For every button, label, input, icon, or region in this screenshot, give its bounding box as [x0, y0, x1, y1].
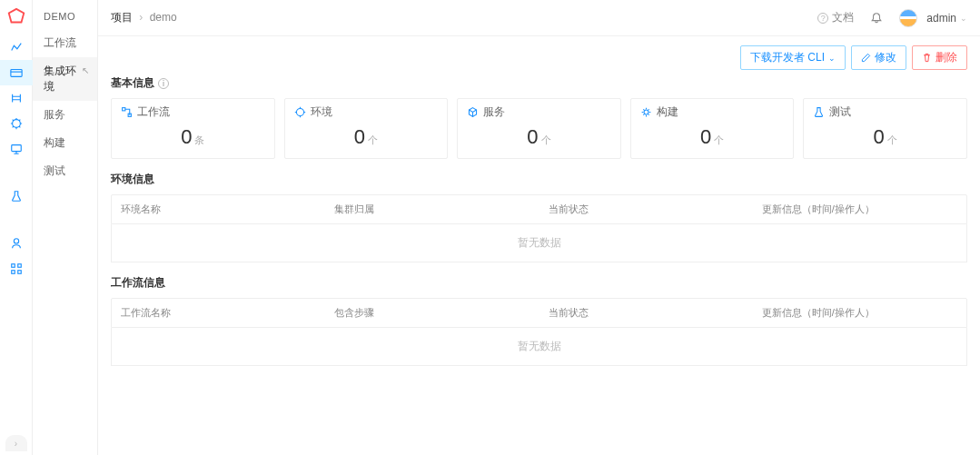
rail-item-1[interactable]	[0, 35, 33, 60]
card-label: 构建	[657, 104, 678, 120]
wf-col-status: 当前状态	[539, 299, 753, 327]
sidebar-item-service[interactable]: 服务	[33, 101, 97, 129]
crumb-sep: ›	[139, 11, 143, 24]
button-label: 下载开发者 CLI	[750, 50, 825, 65]
rail-item-3[interactable]	[0, 85, 33, 111]
breadcrumb: 项目 › demo	[111, 10, 177, 25]
workflow-icon	[121, 106, 133, 118]
card-label: 测试	[829, 104, 851, 120]
topbar: 项目 › demo ? 文档 admin ⌄	[98, 0, 980, 36]
edit-icon	[861, 53, 871, 63]
icon-rail: ›	[0, 0, 33, 455]
section-title-text: 基本信息	[111, 75, 154, 91]
env-info-title: 环境信息	[111, 172, 967, 187]
card-unit: 个	[714, 134, 724, 145]
button-label: 修改	[875, 50, 896, 65]
card-value: 0	[527, 125, 538, 148]
wf-col-update: 更新信息（时间/操作人）	[753, 299, 966, 327]
svg-rect-0	[10, 70, 21, 77]
card-unit: 个	[368, 134, 378, 145]
card-value: 0	[181, 125, 192, 148]
basic-info-title: 基本信息 i	[111, 75, 967, 91]
card-env[interactable]: 环境 0个	[284, 98, 449, 159]
section-title-text: 工作流信息	[111, 275, 165, 291]
card-value: 0	[354, 125, 365, 148]
svg-rect-5	[17, 264, 21, 268]
logo-icon[interactable]	[6, 7, 26, 27]
env-table-header: 环境名称 集群归属 当前状态 更新信息（时间/操作人）	[111, 194, 967, 224]
env-col-name: 环境名称	[112, 195, 325, 223]
section-title-text: 环境信息	[111, 172, 154, 187]
chevron-down-icon: ⌄	[960, 14, 967, 23]
rail-item-5[interactable]	[0, 136, 33, 162]
card-label: 环境	[311, 104, 332, 120]
svg-rect-4	[11, 264, 15, 268]
rail-collapse-button[interactable]: ›	[5, 435, 27, 451]
rail-item-2[interactable]	[0, 60, 33, 85]
user-name: admin	[926, 12, 956, 25]
sidebar-item-label: 构建	[44, 136, 65, 149]
delete-button[interactable]: 删除	[912, 45, 967, 70]
wf-table-empty: 暂无数据	[111, 328, 967, 366]
card-service[interactable]: 服务 0个	[457, 98, 621, 159]
env-col-status: 当前状态	[539, 195, 753, 223]
env-table-empty: 暂无数据	[111, 224, 967, 262]
user-menu[interactable]: admin ⌄	[899, 9, 967, 27]
svg-point-10	[296, 108, 303, 115]
action-bar: 下载开发者 CLI ⌄ 修改 删除	[111, 45, 967, 70]
rail-item-6[interactable]	[0, 183, 33, 209]
wf-table-header: 工作流名称 包含步骤 当前状态 更新信息（时间/操作人）	[111, 298, 967, 328]
env-col-cluster: 集群归属	[325, 195, 539, 223]
card-workflow[interactable]: 工作流 0条	[111, 98, 275, 159]
stat-cards: 工作流 0条 环境 0个 服务 0个 构建 0个 测试 0个	[111, 98, 967, 159]
svg-rect-6	[11, 271, 15, 274]
crumb-root[interactable]: 项目	[111, 11, 133, 24]
card-label: 工作流	[137, 104, 170, 120]
sidebar-item-label: 服务	[44, 108, 65, 121]
app-root: › DEMO 工作流 集成环境↖ 服务 构建 测试 项目 › demo ? 文档	[0, 0, 980, 455]
build-icon	[640, 106, 652, 118]
card-unit: 个	[887, 134, 897, 145]
sidebar-item-label: 测试	[44, 164, 65, 177]
button-label: 删除	[935, 50, 957, 65]
main-area: 项目 › demo ? 文档 admin ⌄ 下载开发者 CLI	[98, 0, 980, 455]
svg-point-11	[644, 110, 648, 114]
info-icon[interactable]: i	[158, 78, 169, 89]
wf-col-steps: 包含步骤	[325, 299, 539, 327]
test-icon	[813, 106, 825, 118]
sidebar-item-label: 工作流	[44, 36, 76, 49]
sidebar-item-label: 集成环境	[44, 64, 76, 93]
rail-item-4[interactable]	[0, 111, 33, 136]
card-value: 0	[874, 125, 885, 148]
rail-item-7[interactable]	[0, 231, 33, 256]
docs-link[interactable]: ? 文档	[817, 10, 854, 25]
card-build[interactable]: 构建 0个	[630, 98, 795, 159]
sub-sidebar: DEMO 工作流 集成环境↖ 服务 构建 测试	[33, 0, 98, 455]
cursor-icon: ↖	[82, 65, 89, 75]
edit-button[interactable]: 修改	[851, 45, 906, 70]
content: 下载开发者 CLI ⌄ 修改 删除 基本信息 i 工作流	[98, 36, 980, 455]
wf-info-title: 工作流信息	[111, 275, 967, 291]
service-icon	[467, 106, 479, 118]
sidebar-item-build[interactable]: 构建	[33, 129, 97, 157]
bell-icon[interactable]	[870, 12, 883, 25]
card-value: 0	[700, 125, 711, 148]
card-label: 服务	[483, 104, 505, 120]
docs-label: 文档	[832, 10, 854, 25]
sidebar-item-test[interactable]: 测试	[33, 157, 97, 185]
env-col-update: 更新信息（时间/操作人）	[753, 195, 966, 223]
env-icon	[294, 106, 306, 118]
question-icon: ?	[817, 13, 828, 24]
avatar	[899, 9, 917, 27]
card-test[interactable]: 测试 0个	[803, 98, 967, 159]
svg-point-3	[14, 239, 18, 243]
rail-item-8[interactable]	[0, 256, 33, 282]
sidebar-project-label: DEMO	[33, 7, 97, 29]
download-cli-button[interactable]: 下载开发者 CLI ⌄	[740, 45, 846, 70]
sidebar-item-env[interactable]: 集成环境↖	[33, 57, 97, 101]
svg-rect-7	[17, 271, 21, 274]
sidebar-item-workflow[interactable]: 工作流	[33, 29, 97, 57]
svg-rect-8	[123, 108, 125, 111]
card-unit: 个	[541, 134, 551, 145]
chevron-down-icon: ⌄	[828, 54, 836, 63]
